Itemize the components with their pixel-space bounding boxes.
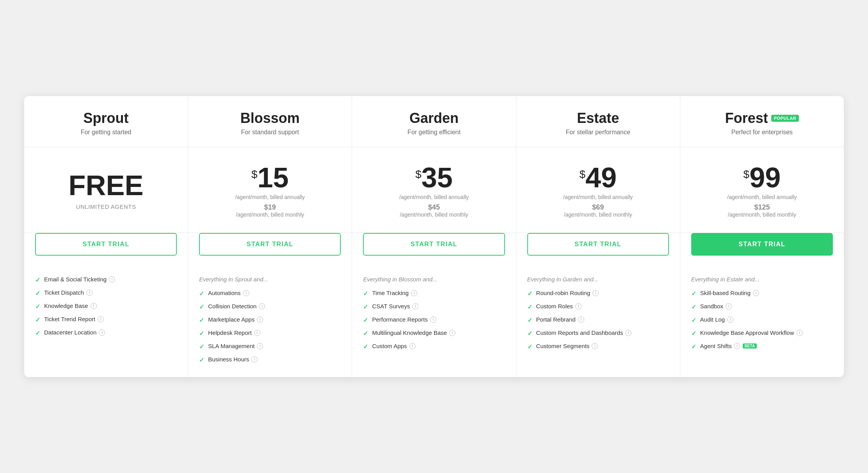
feature-item: ✓Skill-based Routing i <box>691 290 833 297</box>
check-icon: ✓ <box>691 317 696 324</box>
feature-label: Ticket Dispatch i <box>44 289 92 296</box>
feature-item: ✓Helpdesk Report i <box>199 329 341 337</box>
feature-item: ✓Time Tracking i <box>363 290 505 297</box>
price-dollar: $ <box>579 168 585 181</box>
feature-item: ✓Audit Log i <box>691 316 833 324</box>
check-icon: ✓ <box>363 290 368 297</box>
feature-item: ✓Automations i <box>199 290 341 297</box>
feature-label: Business Hours i <box>208 356 258 363</box>
feature-item: ✓Ticket Dispatch i <box>35 289 177 297</box>
features-section-blossom: Everything in Sprout and...✓Automations … <box>188 267 352 377</box>
feature-item: ✓Marketplace Apps i <box>199 316 341 324</box>
feature-item: ✓Business Hours i <box>199 356 341 364</box>
pricing-table: SproutFor getting startedFREEUNLIMITED a… <box>24 96 844 377</box>
features-section-estate: Everything in Garden and...✓Round-robin … <box>516 267 680 377</box>
plan-col-sprout: SproutFor getting startedFREEUNLIMITED a… <box>24 96 188 377</box>
info-icon[interactable]: i <box>411 290 417 296</box>
info-icon[interactable]: i <box>578 317 584 323</box>
info-icon[interactable]: i <box>243 290 249 296</box>
check-icon: ✓ <box>199 330 204 337</box>
feature-item: ✓Customer Segments i <box>527 343 669 350</box>
info-icon[interactable]: i <box>430 317 436 323</box>
check-icon: ✓ <box>363 317 368 324</box>
info-icon[interactable]: i <box>753 290 759 296</box>
price-period-annual: /agent/month, billed annually <box>235 194 305 200</box>
start-trial-button-blossom[interactable]: START TRIAL <box>199 233 341 256</box>
info-icon[interactable]: i <box>109 276 115 283</box>
info-icon[interactable]: i <box>86 290 92 296</box>
check-icon: ✓ <box>691 330 696 337</box>
plan-header-estate: EstateFor stellar performance <box>516 96 680 147</box>
info-icon[interactable]: i <box>575 303 582 309</box>
feature-label: Custom Roles i <box>536 303 582 309</box>
check-icon: ✓ <box>527 290 532 297</box>
plan-tagline-estate: For stellar performance <box>566 129 630 136</box>
info-icon[interactable]: i <box>409 343 416 349</box>
info-icon[interactable]: i <box>259 303 265 309</box>
check-icon: ✓ <box>35 303 40 310</box>
beta-badge: BETA <box>743 343 757 349</box>
info-icon[interactable]: i <box>98 316 104 322</box>
start-trial-button-garden[interactable]: START TRIAL <box>363 233 505 256</box>
plan-col-forest: ForestPOPULARPerfect for enterprises$99/… <box>680 96 844 377</box>
price-period-annual: /agent/month, billed annually <box>399 194 469 200</box>
features-intro-forest: Everything in Estate and... <box>691 276 833 283</box>
features-intro-garden: Everything in Blossom and... <box>363 276 505 283</box>
info-icon[interactable]: i <box>254 330 260 336</box>
info-icon[interactable]: i <box>449 330 455 336</box>
feature-label: Ticket Trend Report i <box>44 316 104 322</box>
features-section-sprout: ✓Email & Social Ticketing i✓Ticket Dispa… <box>24 267 188 377</box>
info-icon[interactable]: i <box>592 290 599 296</box>
info-icon[interactable]: i <box>625 330 631 336</box>
info-icon[interactable]: i <box>797 330 803 336</box>
info-icon[interactable]: i <box>726 303 732 309</box>
check-icon: ✓ <box>199 303 204 311</box>
feature-item: ✓Ticket Trend Report i <box>35 316 177 324</box>
feature-label: Helpdesk Report i <box>208 329 260 336</box>
info-icon[interactable]: i <box>91 303 97 309</box>
check-icon: ✓ <box>199 317 204 324</box>
feature-label: Customer Segments i <box>536 343 598 349</box>
check-icon: ✓ <box>527 303 532 311</box>
feature-item: ✓Multilingual Knowledge Base i <box>363 329 505 337</box>
info-icon[interactable]: i <box>99 329 105 336</box>
check-icon: ✓ <box>199 343 204 350</box>
feature-label: Custom Apps i <box>372 343 415 349</box>
plan-name-estate: Estate <box>577 110 619 126</box>
plan-col-garden: GardenFor getting efficient$35/agent/mon… <box>352 96 516 377</box>
price-main: $49 <box>579 164 617 192</box>
start-trial-button-sprout[interactable]: START TRIAL <box>35 233 177 256</box>
start-trial-button-forest[interactable]: START TRIAL <box>691 233 833 256</box>
feature-item: ✓Custom Roles i <box>527 303 669 311</box>
price-monthly-period: /agent/month, billed monthly <box>236 212 304 218</box>
check-icon: ✓ <box>199 290 204 297</box>
info-icon[interactable]: i <box>251 356 258 363</box>
plan-name-blossom: Blossom <box>240 110 300 126</box>
feature-item: ✓Knowledge Base i <box>35 302 177 310</box>
plan-name-forest: Forest <box>725 110 768 126</box>
feature-label: Multilingual Knowledge Base i <box>372 329 455 336</box>
check-icon: ✓ <box>199 356 204 364</box>
features-section-garden: Everything in Blossom and...✓Time Tracki… <box>352 267 516 377</box>
feature-label: Skill-based Routing i <box>700 290 759 296</box>
info-icon[interactable]: i <box>734 343 740 349</box>
plan-header-forest: ForestPOPULARPerfect for enterprises <box>680 96 844 147</box>
info-icon[interactable]: i <box>727 317 733 323</box>
plan-name-row-estate: Estate <box>577 110 619 126</box>
plan-name-row-blossom: Blossom <box>240 110 300 126</box>
price-dollar: $ <box>251 168 258 181</box>
info-icon[interactable]: i <box>592 343 598 349</box>
start-trial-button-estate[interactable]: START TRIAL <box>527 233 669 256</box>
plan-tagline-blossom: For standard support <box>241 129 299 136</box>
check-icon: ✓ <box>35 316 40 324</box>
info-icon[interactable]: i <box>257 343 263 349</box>
plan-header-sprout: SproutFor getting started <box>24 96 188 147</box>
check-icon: ✓ <box>691 290 696 297</box>
check-icon: ✓ <box>691 303 696 311</box>
info-icon[interactable]: i <box>412 303 418 309</box>
price-monthly-period: /agent/month, billed monthly <box>564 212 632 218</box>
feature-label: Collision Detection i <box>208 303 265 309</box>
feature-label: Datacenter Location i <box>44 329 105 336</box>
price-monthly: $19 <box>264 203 276 212</box>
info-icon[interactable]: i <box>257 317 263 323</box>
